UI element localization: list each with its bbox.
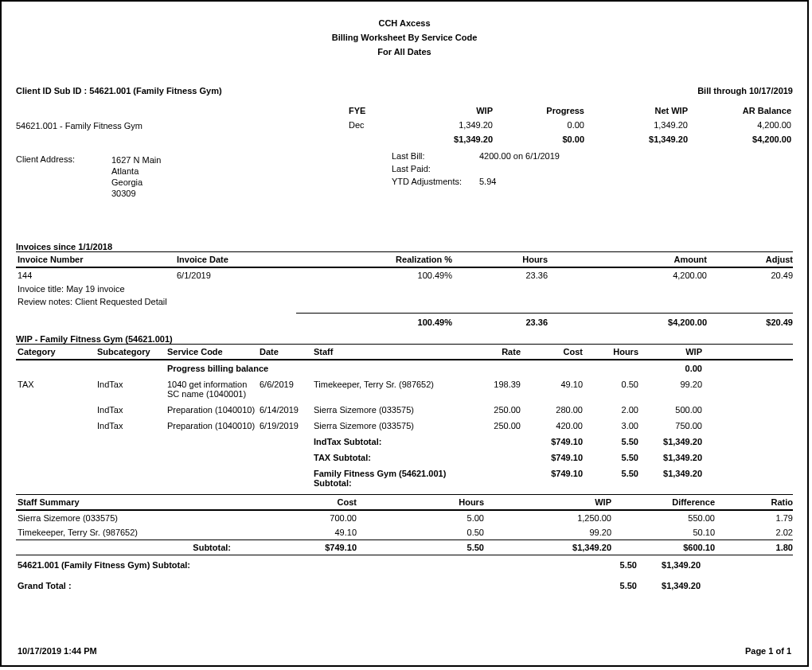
wc-date: Date	[258, 345, 312, 359]
indtax-subtotal: IndTax Subtotal: $749.10 5.50 $1,349.20	[16, 434, 793, 450]
progress-balance-row: Progress billing balance 0.00	[16, 360, 793, 376]
w1-svc: 1040 get information SC name (1040001)	[166, 376, 258, 402]
w1-hours: 0.50	[584, 376, 640, 402]
s3-hours: 5.50	[584, 465, 640, 491]
title-line2: Billing Worksheet By Service Code	[16, 30, 793, 45]
staff-header: Staff Summary Cost Hours WIP Difference …	[16, 495, 793, 509]
s3-cost: $749.10	[522, 465, 584, 491]
sr2-hours: 0.50	[358, 525, 486, 540]
last-paid-label: Last Paid:	[392, 164, 479, 173]
wip-row-3: IndTax Preparation (1040010) 6/19/2019 S…	[16, 418, 793, 434]
page-footer: 10/17/2019 1:44 PM Page 1 of 1	[18, 646, 791, 656]
staff-row-2: Timekeeper, Terry Sr. (987652) 49.10 0.5…	[16, 525, 793, 540]
grand-total: Grand Total : 5.50 $1,349.20	[16, 578, 793, 594]
val-fye: Dec	[347, 118, 403, 132]
sc-diff: Difference	[613, 495, 716, 509]
col-progress: Progress	[494, 103, 586, 118]
sr2-diff: 50.10	[613, 525, 716, 540]
invoices-header: Invoice Number Invoice Date Realization …	[16, 252, 793, 267]
ytd-label: YTD Adjustments:	[392, 177, 479, 186]
w1-rate: 198.39	[463, 376, 522, 402]
wc-wip: WIP	[640, 345, 704, 359]
w2-wip: 500.00	[640, 402, 704, 418]
ss-ratio: 1.80	[716, 540, 794, 555]
col-ar: AR Balance	[689, 103, 793, 118]
inv-date: 6/1/2019	[175, 268, 295, 282]
w3-hours: 3.00	[584, 418, 640, 434]
wc-hours: Hours	[584, 345, 640, 359]
sr2-wip: 99.20	[486, 525, 613, 540]
inv-tot-hours: 23.36	[454, 314, 549, 331]
w2-cost: 280.00	[522, 402, 584, 418]
wip-row-1: TAX IndTax 1040 get information SC name …	[16, 376, 793, 402]
w3-staff: Sierra Sizemore (033575)	[312, 418, 463, 434]
ss-hours: 5.50	[358, 540, 486, 555]
tot-progress: $0.00	[494, 132, 586, 146]
w1-cat: TAX	[16, 376, 96, 402]
sc-wip: WIP	[486, 495, 613, 509]
staff-subtotal: Subtotal: $749.10 5.50 $1,349.20 $600.10…	[16, 540, 793, 555]
w2-date: 6/14/2019	[258, 402, 312, 418]
gt-hours: 5.50	[583, 578, 638, 594]
wip-row-2: IndTax Preparation (1040010) 6/14/2019 S…	[16, 402, 793, 418]
progress-label: Progress billing balance	[166, 360, 312, 376]
col-wip: WIP	[403, 103, 494, 118]
s2-hours: 5.50	[584, 450, 640, 465]
addr3: Georgia	[111, 177, 161, 188]
wc-sub: Subcategory	[96, 345, 166, 359]
wip-title: WIP - Family Fitness Gym (54621.001)	[16, 334, 793, 344]
val-progress: 0.00	[494, 118, 586, 132]
inv-num: 144	[16, 268, 175, 282]
cs-wip: $1,349.20	[638, 557, 702, 573]
gt-label: Grand Total :	[16, 578, 310, 594]
s1-cost: $749.10	[522, 434, 584, 450]
inv-hours: 23.36	[454, 268, 549, 282]
w2-sub: IndTax	[96, 402, 166, 418]
w3-wip: 750.00	[640, 418, 704, 434]
wip-header: Category Subcategory Service Code Date S…	[16, 345, 793, 359]
w2-hours: 2.00	[584, 402, 640, 418]
ytd-value: 5.94	[479, 177, 793, 186]
s3-label: Family Fitness Gym (54621.001) Subtotal:	[312, 465, 463, 491]
col-fye: FYE	[347, 103, 403, 118]
progress-val: 0.00	[640, 360, 704, 376]
ss-wip: $1,349.20	[486, 540, 613, 555]
sr1-diff: 550.00	[613, 511, 716, 525]
title-line1: CCH Axcess	[16, 16, 793, 30]
sr1-name: Sierra Sizemore (033575)	[16, 511, 255, 525]
ss-diff: $600.10	[613, 540, 716, 555]
sc-hours: Hours	[358, 495, 486, 509]
tot-wip: $1,349.20	[403, 132, 494, 146]
w2-cat	[16, 402, 96, 418]
val-netwip: 1,349.20	[586, 118, 689, 132]
staff-row-1: Sierra Sizemore (033575) 700.00 5.00 1,2…	[16, 511, 793, 525]
w3-cost: 420.00	[522, 418, 584, 434]
invoice-row: 144 6/1/2019 100.49% 23.36 4,200.00 20.4…	[16, 268, 793, 282]
footer-timestamp: 10/17/2019 1:44 PM	[18, 646, 97, 656]
sr2-name: Timekeeper, Terry Sr. (987652)	[16, 525, 255, 540]
w1-date: 6/6/2019	[258, 376, 312, 402]
w3-sub: IndTax	[96, 418, 166, 434]
last-bill-label: Last Bill:	[392, 151, 479, 161]
val-ar: 4,200.00	[689, 118, 793, 132]
sr2-ratio: 2.02	[716, 525, 794, 540]
wc-rate: Rate	[463, 345, 522, 359]
w3-svc: Preparation (1040010)	[166, 418, 258, 434]
bill-through: Bill through 10/17/2019	[697, 86, 793, 95]
invoice-note1: Invoice title: May 19 invoice	[16, 282, 793, 295]
last-paid-value	[479, 164, 793, 173]
client-row-label: 54621.001 - Family Fitness Gym	[16, 121, 347, 130]
inv-col-adjust: Adjust	[709, 252, 794, 267]
tot-netwip: $1,349.20	[586, 132, 689, 146]
addr2: Atlanta	[111, 166, 161, 177]
sr1-cost: 700.00	[255, 511, 358, 525]
cs-hours: 5.50	[583, 557, 638, 573]
inv-col-num: Invoice Number	[16, 252, 175, 267]
wc-svc: Service Code	[166, 345, 258, 359]
w1-staff: Timekeeper, Terry Sr. (987652)	[312, 376, 463, 402]
col-netwip: Net WIP	[586, 103, 689, 118]
wc-cat: Category	[16, 345, 96, 359]
sc-cost: Cost	[255, 495, 358, 509]
invoices-title: Invoices since 1/1/2018	[16, 242, 793, 251]
w2-staff: Sierra Sizemore (033575)	[312, 402, 463, 418]
